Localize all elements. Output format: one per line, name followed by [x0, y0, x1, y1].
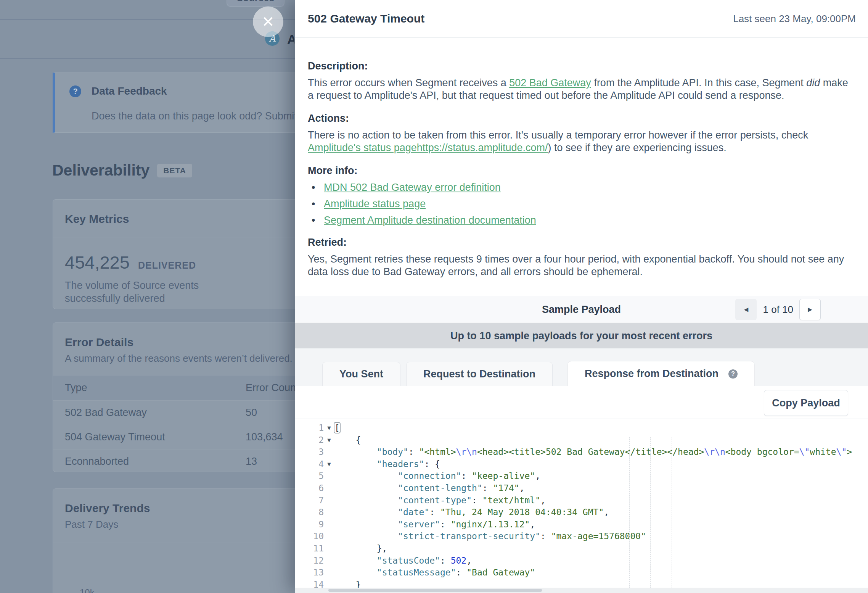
close-icon: ✕ — [262, 13, 275, 31]
data-feedback-text: Does the data on this page look odd? Sub… — [92, 110, 319, 122]
horizontal-scrollbar[interactable] — [295, 588, 868, 593]
code-line: 4▼ "headers": { — [308, 458, 868, 471]
tab-response-from-destination[interactable]: Response from Destination? — [567, 361, 755, 386]
copy-payload-button[interactable]: Copy Payload — [764, 390, 848, 416]
error-details-card: Error Details A summary of the reasons e… — [53, 322, 320, 472]
code-line: 3 "body": "<html>\r\n<head><title>502 Ba… — [308, 446, 868, 458]
line-number: 12 — [308, 555, 324, 567]
page-title-clipped: Amplitude — [287, 32, 294, 48]
more-info-link[interactable]: Amplitude status page — [324, 198, 426, 209]
panel-title: 502 Gateway Timeout — [308, 12, 424, 25]
code-line: 12 "statusCode": 502, — [308, 555, 868, 567]
payload-code-editor[interactable]: 1▼[2▼ {3 "body": "<html>\r\n<head><title… — [295, 419, 868, 588]
copy-row: Copy Payload — [295, 386, 868, 419]
line-number: 14 — [308, 579, 324, 588]
description-paragraph: This error occurs when Segment receives … — [308, 77, 849, 102]
code-line: 14 } — [308, 579, 868, 588]
code-line: 8 "date": "Thu, 24 May 2018 04:40:34 GMT… — [308, 506, 868, 519]
prev-payload-button[interactable]: ◀ — [735, 299, 757, 320]
card-divider — [53, 543, 319, 543]
code-line: 5 "connection": "keep-alive", — [308, 470, 868, 482]
more-info-item: Amplitude status page — [312, 198, 855, 210]
sources-tab-label: Sources — [237, 0, 275, 3]
panel-body: Description: This error occurs when Segm… — [295, 38, 868, 278]
sample-payload-bar: Sample Payload ◀ 1 of 10 ▶ — [295, 296, 868, 322]
key-metrics-title: Key Metrics — [53, 200, 319, 226]
line-number: 1 — [308, 422, 324, 434]
fold-gutter — [324, 506, 334, 519]
help-icon[interactable]: ? — [728, 369, 738, 379]
more-info-link[interactable]: MDN 502 Bad Gateway error definition — [324, 182, 501, 193]
key-metrics-card: Key Metrics 454,225 DELIVERED The volume… — [53, 199, 320, 309]
description-heading: Description: — [308, 60, 855, 72]
fold-gutter — [324, 579, 334, 588]
data-feedback-title: Data Feedback — [92, 85, 167, 97]
delivery-trends-title: Delivery Trends — [53, 489, 319, 515]
indent-guide — [650, 437, 651, 588]
fold-gutter — [324, 482, 334, 495]
next-arrow-icon: ▶ — [808, 306, 812, 313]
inline-link[interactable]: 502 Bad Gateway — [509, 77, 591, 89]
fold-arrow-icon[interactable]: ▼ — [324, 434, 334, 446]
indent-guide — [672, 437, 672, 588]
payload-notice-strip: Up to 10 sample payloads for your most r… — [295, 323, 868, 348]
more-info-item: MDN 502 Bad Gateway error definition — [312, 181, 855, 194]
more-info-list: MDN 502 Bad Gateway error definitionAmpl… — [312, 181, 855, 227]
delivered-description: The volume of Source events successfully… — [53, 273, 267, 305]
error-details-subtitle: A summary of the reasons events weren’t … — [53, 349, 319, 364]
error-table-header: Type Error Count — [53, 375, 319, 400]
error-details-title: Error Details — [53, 323, 319, 349]
line-number: 3 — [308, 446, 324, 458]
code-line: 9 "server": "nginx/1.13.12", — [308, 519, 868, 531]
question-circle-icon: ? — [69, 85, 81, 97]
line-number: 8 — [308, 506, 324, 519]
beta-badge: BETA — [157, 164, 192, 177]
payload-tabs: You SentRequest to DestinationResponse f… — [295, 348, 868, 386]
fold-gutter — [324, 543, 334, 555]
fold-gutter — [324, 530, 334, 543]
line-number: 7 — [308, 495, 324, 507]
sources-tab[interactable]: Sources — [227, 0, 285, 7]
page-indicator: 1 of 10 — [763, 304, 793, 316]
error-table-row: Econnaborted13 — [53, 449, 319, 474]
close-button[interactable]: ✕ — [253, 6, 283, 37]
more-info-heading: More info: — [308, 165, 855, 177]
fold-gutter — [324, 446, 334, 458]
panel-header: 502 Gateway Timeout Last seen 23 May, 09… — [295, 0, 868, 38]
next-payload-button[interactable]: ▶ — [799, 299, 821, 320]
fold-gutter — [324, 495, 334, 507]
y-axis-tick: 10k — [80, 587, 95, 593]
line-number: 11 — [308, 543, 324, 555]
page-title: Deliverability — [52, 161, 149, 179]
code-line: 10 "strict-transport-security": "max-age… — [308, 530, 868, 543]
delivery-trends-card: Delivery Trends Past 7 Days 10k — [53, 488, 320, 593]
actions-paragraph: There is no action to be taken from this… — [308, 129, 849, 154]
page: Sources A Amplitude ? Data Feedback Does… — [0, 0, 868, 593]
error-detail-panel: 502 Gateway Timeout Last seen 23 May, 09… — [295, 0, 868, 593]
col-type: Type — [65, 382, 246, 394]
more-info-item: Segment Amplitude destination documentat… — [312, 214, 855, 227]
error-table: Type Error Count 502 Bad Gateway50504 Ga… — [53, 375, 319, 474]
code-line: 7 "content-type": "text/html", — [308, 495, 868, 507]
code-line: 13 "statusMessage": "Bad Gateway" — [308, 567, 868, 579]
line-number: 6 — [308, 482, 324, 495]
fold-gutter — [324, 519, 334, 531]
more-info-link[interactable]: Segment Amplitude destination documentat… — [324, 214, 536, 226]
tab-you-sent[interactable]: You Sent — [322, 362, 400, 386]
scrollbar-thumb[interactable] — [328, 589, 542, 592]
delivered-label: DELIVERED — [138, 260, 196, 271]
deliverability-heading: Deliverability BETA — [52, 161, 192, 179]
pageheader-divider — [0, 58, 295, 59]
tab-request-to-destination[interactable]: Request to Destination — [406, 362, 553, 386]
payload-pager: ◀ 1 of 10 ▶ — [735, 296, 821, 323]
fold-gutter — [324, 567, 334, 579]
line-number: 9 — [308, 519, 324, 531]
cursor-bracket: [ — [334, 423, 340, 433]
fold-arrow-icon[interactable]: ▼ — [324, 422, 334, 434]
code-line: 2▼ { — [308, 434, 868, 446]
code-line: 6 "content-length": "174", — [308, 482, 868, 495]
code-line: 11 }, — [308, 543, 868, 555]
fold-arrow-icon[interactable]: ▼ — [324, 458, 334, 471]
inline-link[interactable]: Amplitude's status pagehttps://status.am… — [308, 142, 548, 153]
delivered-count: 454,225 — [65, 252, 130, 273]
